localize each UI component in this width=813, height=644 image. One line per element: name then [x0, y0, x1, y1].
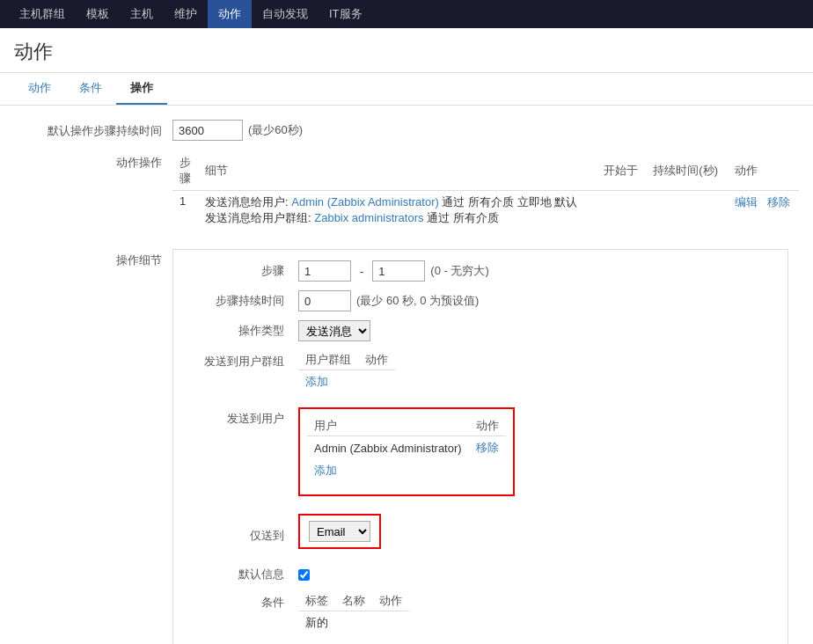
only-send-select[interactable]: Email SMS Jabber [309, 521, 370, 542]
tab-action[interactable]: 动作 [14, 73, 65, 105]
step-range-hint: (0 - 无穷大) [430, 263, 488, 279]
user-col2: 动作 [469, 416, 506, 436]
top-navigation: 主机群组 模板 主机 维护 动作 自动发现 IT服务 [0, 0, 813, 28]
detail-cell: 发送消息给用户: Admin (Zabbix Administrator) 通过… [198, 191, 597, 231]
user-remove-link[interactable]: 移除 [476, 441, 499, 454]
duration-cell [646, 191, 727, 231]
main-content: 默认操作步骤持续时间 (最少60秒) 动作操作 步骤 细节 开始于 持续时间(秒… [0, 120, 813, 644]
detail-line1-suffix: 通过 所有介质 立即地 默认 [439, 195, 577, 209]
detail-line2-prefix: 发送消息给用户群组: [205, 211, 314, 224]
op-type-label: 操作类型 [187, 323, 293, 339]
detail-line1-prefix: 发送消息给用户: [205, 195, 291, 209]
group-col1: 用户群组 [298, 350, 358, 370]
cond-col2: 名称 [335, 591, 372, 611]
user-col1: 用户 [307, 416, 469, 436]
send-group-table: 用户群组 动作 添加 [298, 350, 395, 393]
op-type-row: 操作类型 发送消息 远程命令 [187, 320, 773, 341]
only-send-label: 仅送到 [187, 528, 293, 544]
op-type-select[interactable]: 发送消息 远程命令 [298, 320, 370, 341]
start-at-cell [597, 191, 647, 231]
page-title: 动作 [14, 39, 799, 65]
nav-item-maintenance[interactable]: 维护 [164, 0, 208, 28]
default-duration-input[interactable] [172, 120, 243, 141]
add-user-row: 添加 [307, 459, 506, 482]
nav-item-actions[interactable]: 动作 [208, 0, 252, 28]
default-duration-content: (最少60秒) [172, 120, 799, 141]
detail-line2-group: Zabbix administrators [314, 211, 423, 224]
detail-line1-user: Admin (Zabbix Administrator) [291, 195, 439, 209]
default-duration-row: 默认操作步骤持续时间 (最少60秒) [14, 120, 799, 141]
edit-link[interactable]: 编辑 [735, 195, 758, 209]
condition-new-cell: 新的 [298, 611, 409, 635]
step-duration-row: 步骤持续时间 (最少 60 秒, 0 为预设值) [187, 290, 773, 311]
nav-item-hosts[interactable]: 主机 [120, 0, 164, 28]
step-duration-input[interactable] [298, 290, 351, 311]
detail-line1: 发送消息给用户: Admin (Zabbix Administrator) 通过… [205, 194, 590, 210]
default-duration-hint: (最少60秒) [248, 122, 303, 138]
step-to-input[interactable] [372, 260, 425, 282]
col-step: 步骤 [172, 151, 198, 191]
user-name-cell: Admin (Zabbix Administrator) [307, 436, 469, 460]
condition-table: 标签 名称 动作 新的 [298, 591, 409, 634]
page-header: 动作 [0, 28, 813, 73]
nav-item-it-services[interactable]: IT服务 [319, 0, 373, 28]
default-duration-label: 默认操作步骤持续时间 [14, 120, 172, 139]
add-group-link[interactable]: 添加 [305, 375, 328, 388]
remove-link[interactable]: 移除 [767, 195, 790, 209]
condition-new-row: 新的 [298, 611, 409, 635]
only-send-row: 仅送到 Email SMS Jabber [187, 514, 773, 558]
only-send-red-box: Email SMS Jabber [298, 514, 381, 549]
step-row: 步骤 - (0 - 无穷大) [187, 260, 773, 282]
group-col2: 动作 [358, 350, 395, 370]
send-user-table: 用户 动作 Admin (Zabbix Administrator) 移除 [307, 416, 506, 482]
condition-label: 条件 [187, 591, 293, 611]
default-msg-checkbox[interactable] [298, 569, 310, 581]
col-start: 开始于 [597, 151, 647, 191]
action-ops-table: 步骤 细节 开始于 持续时间(秒) 动作 1 发送消息给用户: Admin (Z… [172, 151, 799, 230]
condition-content: 标签 名称 动作 新的 [298, 591, 409, 638]
sub-tabs: 动作 条件 操作 [0, 73, 813, 106]
send-user-row: 发送到用户 用户 动作 [187, 407, 773, 505]
action-cell: 编辑 移除 [728, 191, 799, 231]
detail-line2: 发送消息给用户群组: Zabbix administrators 通过 所有介质 [205, 210, 590, 226]
detail-line2-suffix: 通过 所有介质 [424, 211, 499, 224]
send-user-content: 用户 动作 Admin (Zabbix Administrator) 移除 [298, 407, 515, 505]
tab-operations[interactable]: 操作 [116, 73, 167, 105]
action-ops-row: 动作操作 步骤 细节 开始于 持续时间(秒) 动作 1 [14, 151, 799, 230]
nav-item-autodiscovery[interactable]: 自动发现 [252, 0, 319, 28]
user-action-cell: 移除 [469, 436, 506, 460]
ops-detail-label: 操作细节 [14, 249, 172, 268]
col-action: 动作 [728, 151, 799, 191]
cond-col3: 动作 [372, 591, 409, 611]
nav-item-templates[interactable]: 模板 [76, 0, 120, 28]
add-group-row: 添加 [298, 370, 395, 394]
condition-row: 条件 标签 名称 动作 [187, 591, 773, 638]
col-duration: 持续时间(秒) [646, 151, 727, 191]
send-group-content: 用户群组 动作 添加 [298, 350, 395, 399]
step-duration-hint: (最少 60 秒, 0 为预设值) [356, 293, 479, 309]
nav-item-hosts-group[interactable]: 主机群组 [9, 0, 76, 28]
ops-detail-box: 步骤 - (0 - 无穷大) 步骤持续时间 (最少 60 秒, 0 为预设值) … [172, 249, 788, 644]
ops-detail-row: 操作细节 步骤 - (0 - 无穷大) 步骤持续时间 (最少 60 秒, 0 为… [14, 249, 799, 644]
table-row: 1 发送消息给用户: Admin (Zabbix Administrator) … [172, 191, 799, 231]
action-ops-content: 步骤 细节 开始于 持续时间(秒) 动作 1 发送消息给用户: Admin (Z… [172, 151, 799, 230]
send-user-red-box: 用户 动作 Admin (Zabbix Administrator) 移除 [298, 407, 515, 496]
step-duration-label: 步骤持续时间 [187, 293, 293, 309]
send-group-label: 发送到用户群组 [187, 350, 293, 370]
send-user-label: 发送到用户 [187, 407, 293, 427]
default-msg-label: 默认信息 [187, 567, 293, 582]
send-group-row: 发送到用户群组 用户群组 动作 [187, 350, 773, 399]
step-number: 1 [172, 191, 198, 231]
default-msg-row: 默认信息 [187, 567, 773, 582]
step-from-input[interactable] [298, 260, 351, 282]
user-row: Admin (Zabbix Administrator) 移除 [307, 436, 506, 460]
cond-col1: 标签 [298, 591, 335, 611]
ops-detail-content: 步骤 - (0 - 无穷大) 步骤持续时间 (最少 60 秒, 0 为预设值) … [172, 249, 799, 644]
add-user-link[interactable]: 添加 [314, 464, 337, 477]
action-ops-label: 动作操作 [14, 151, 172, 171]
tab-condition[interactable]: 条件 [65, 73, 116, 105]
step-label: 步骤 [187, 263, 293, 279]
col-detail: 细节 [198, 151, 597, 191]
